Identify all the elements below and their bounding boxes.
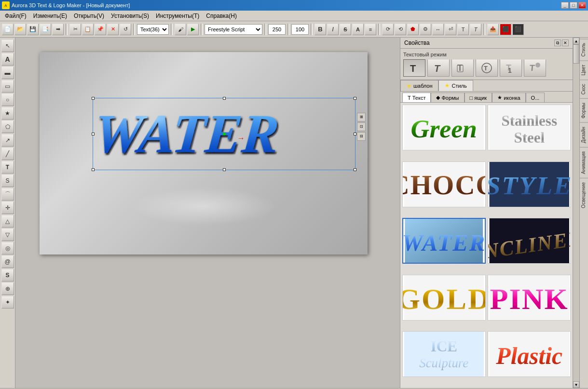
menu-help[interactable]: Справка(Н) — [203, 12, 240, 20]
action1-button[interactable]: 📤 — [487, 24, 499, 35]
maximize-button[interactable]: □ — [570, 2, 577, 9]
select-tool[interactable]: ↖ — [1, 40, 14, 52]
style-tab-icon[interactable]: ★ иконка — [492, 93, 525, 102]
transform8-button[interactable]: T — [470, 24, 481, 35]
text-mode-italic[interactable]: T — [427, 59, 450, 77]
text-mode-4[interactable]: T — [476, 59, 498, 77]
italic-button[interactable]: I — [327, 24, 339, 35]
handle-tr[interactable] — [354, 97, 356, 100]
transform4-button[interactable]: ⚙ — [420, 24, 431, 35]
scroll-track[interactable] — [573, 44, 579, 381]
sidebar-tab-style[interactable]: Стиль — [580, 39, 588, 60]
text-mode-3d[interactable]: T — [451, 59, 474, 77]
center-point[interactable] — [223, 133, 226, 135]
text-mode-6[interactable]: T — [524, 59, 546, 77]
sidebar-tab-shapes[interactable]: Формы — [580, 98, 588, 122]
pentagon-tool[interactable]: ⬠ — [1, 121, 14, 133]
star-tool[interactable]: ★ — [1, 107, 14, 120]
letter-s-tool[interactable]: S — [1, 269, 14, 282]
text-mode-flat[interactable]: T — [403, 59, 425, 77]
style-tab-box[interactable]: □ ящик — [465, 93, 492, 102]
rect-tool[interactable]: ▬ — [1, 67, 14, 79]
ellipse-tool[interactable]: ○ — [1, 94, 14, 106]
caps-button[interactable]: A — [352, 24, 364, 35]
style-item-plastic[interactable]: Plastic — [488, 331, 571, 377]
transform2-button[interactable]: ⟲ — [395, 24, 406, 35]
bold-button[interactable]: B — [315, 24, 326, 35]
curve-tool[interactable]: ⌒ — [1, 188, 14, 201]
handle-bc[interactable] — [223, 168, 226, 171]
sidebar-tab-lighting[interactable]: Освещение — [580, 178, 588, 212]
sidebar-tab-design[interactable]: Дизайн — [580, 122, 588, 147]
style-item-stainless[interactable]: Stainless Steel — [488, 105, 571, 150]
properties-header-icons[interactable]: ⧉ ✕ — [554, 40, 569, 46]
transform5-button[interactable]: ↔ — [432, 24, 444, 35]
delete-button[interactable]: ✕ — [107, 24, 119, 35]
menu-tools[interactable]: Инструменты(T) — [153, 12, 202, 20]
triangle-tool[interactable]: △ — [1, 215, 14, 228]
text-tool[interactable]: A — [1, 53, 14, 66]
style-item-green[interactable]: Green — [402, 105, 486, 150]
skew-tool[interactable]: S — [1, 174, 14, 187]
line-tool[interactable]: ╱ — [1, 148, 14, 160]
style-item-style[interactable]: STYLE — [488, 161, 571, 207]
action2-button[interactable]: ⬛ — [500, 24, 511, 35]
style-item-ice[interactable]: ICE Sculpture — [402, 331, 486, 377]
copy-button[interactable]: 📋 — [82, 24, 94, 35]
style-tab-text[interactable]: T Текст — [402, 93, 431, 102]
menu-setup[interactable]: Установить(S) — [108, 12, 152, 20]
scroll-up-button[interactable]: ▲ — [573, 38, 579, 44]
triangle2-tool[interactable]: ▽ — [1, 228, 14, 241]
style-item-pink[interactable]: PINK — [488, 275, 571, 321]
text-mode-select[interactable]: Text(36) — [137, 24, 169, 35]
handle-tc[interactable] — [223, 97, 226, 100]
menu-view[interactable]: Открыть(V) — [71, 12, 107, 20]
side-scrollbar[interactable]: ▲ ▼ — [573, 38, 579, 388]
water-text-container[interactable]: WATER WATER WATER — [93, 98, 356, 170]
sidebar-tab-bevel[interactable]: Скос — [580, 80, 588, 98]
minimize-button[interactable]: _ — [561, 2, 569, 9]
spiral-tool[interactable]: @ — [1, 255, 14, 268]
style-item-inclined[interactable]: INCLINED — [488, 218, 571, 264]
strikethrough-button[interactable]: S — [340, 24, 351, 35]
sidebar-tab-color[interactable]: Цвет — [580, 60, 588, 79]
prop-float-button[interactable]: ⧉ — [554, 40, 561, 46]
scroll-thumb[interactable] — [573, 44, 579, 64]
menu-file[interactable]: Файл(F) — [2, 12, 29, 20]
arrow-tool[interactable]: ↗ — [1, 134, 14, 147]
transform-arrow[interactable]: → — [237, 134, 245, 143]
special2-tool[interactable]: ✦ — [1, 296, 14, 309]
move-tool[interactable]: ✛ — [1, 201, 14, 214]
handle-mr[interactable] — [354, 133, 356, 135]
menu-edit[interactable]: Изменить(E) — [30, 12, 70, 20]
style-tab-shapes[interactable]: ◆ Формы — [431, 93, 464, 102]
new-button[interactable]: 📄 — [2, 24, 14, 35]
side-icons[interactable]: ⊞ ⊡ ⊟ — [357, 113, 366, 141]
transform3-button[interactable]: ⬟ — [407, 24, 419, 35]
handle-ml[interactable] — [92, 133, 95, 135]
transform7-button[interactable]: T — [457, 24, 469, 35]
3d-text-tool[interactable]: T — [1, 161, 14, 174]
save-as-button[interactable]: 📑 — [40, 24, 51, 35]
export-button[interactable]: ➡ — [52, 24, 64, 35]
play-button[interactable]: ▶ — [187, 24, 199, 35]
sidebar-tab-animation[interactable]: Анимация — [580, 147, 588, 178]
scroll-down-button[interactable]: ▼ — [573, 381, 579, 388]
style-item-water[interactable]: WATER — [402, 218, 486, 264]
brush-button[interactable]: 🖌 — [175, 24, 186, 35]
text-mode-5[interactable]: T 1 — [500, 59, 522, 77]
handle-br[interactable] — [354, 168, 356, 171]
style-item-choco[interactable]: CHOCO — [402, 161, 486, 207]
ring-tool[interactable]: ◎ — [1, 242, 14, 255]
handle-tl[interactable] — [92, 97, 95, 100]
undo-button[interactable]: ↺ — [120, 24, 131, 35]
style-item-gold[interactable]: GOLD — [402, 275, 486, 321]
paste-button[interactable]: 📌 — [95, 24, 106, 35]
title-bar-buttons[interactable]: _ □ ✕ — [561, 2, 586, 9]
align-button[interactable]: ≡ — [365, 24, 376, 35]
prop-close-button[interactable]: ✕ — [562, 40, 569, 46]
special1-tool[interactable]: ⊕ — [1, 282, 14, 295]
canvas-area[interactable]: WATER WATER WATER — [15, 38, 400, 388]
close-button[interactable]: ✕ — [578, 2, 586, 9]
style-tab-more[interactable]: О... — [526, 93, 545, 102]
